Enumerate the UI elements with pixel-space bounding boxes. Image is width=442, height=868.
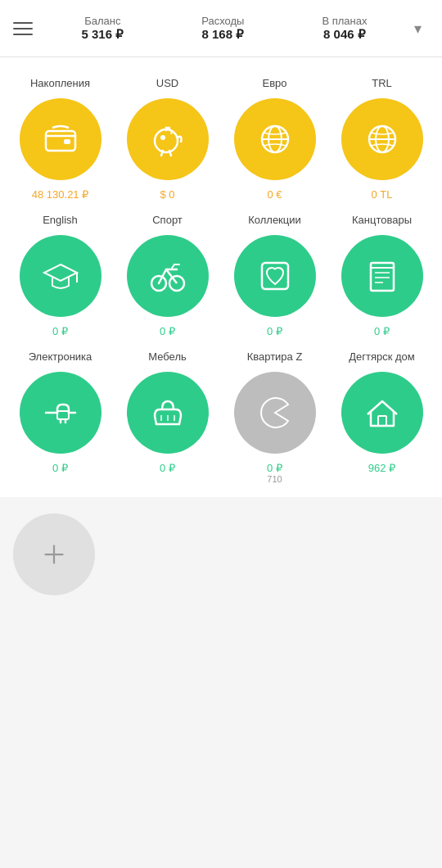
wallet-label-degtyarsk: Дегтярск дом — [349, 350, 415, 365]
wallet-label-english: English — [43, 214, 78, 228]
wallet-value-english: 0 ₽ — [52, 325, 68, 337]
wallet-label-nakopleniya: Накопления — [30, 77, 90, 92]
menu-button[interactable] — [13, 14, 43, 43]
wallet-label-trl: TRL — [372, 77, 392, 92]
wallet-value-euro: 0 € — [267, 188, 282, 201]
wallet-value-mebel: 0 ₽ — [160, 462, 175, 474]
wallet-circle-kvartira-z — [234, 372, 316, 454]
piggy-icon — [148, 120, 187, 159]
expenses-stat: Расходы 8 168 ₽ — [201, 15, 244, 42]
wallet-label-euro: Евро — [262, 77, 286, 92]
wallet-sport[interactable]: Спорт 0 ₽ — [114, 207, 221, 344]
wallet-circle-mebel — [127, 372, 209, 454]
wallet-icon — [41, 120, 80, 159]
wallet-label-kollekcii: Коллекции — [248, 214, 301, 228]
wallet-grid: Накопления 48 130.21 ₽ USD $ 0 — [0, 57, 442, 497]
book-icon — [363, 256, 402, 296]
wallet-kollekcii[interactable]: Коллекции 0 ₽ — [221, 207, 328, 344]
wallet-usd[interactable]: USD $ 0 — [114, 70, 221, 207]
expenses-value: 8 168 ₽ — [201, 27, 244, 42]
wallet-label-kvartira-z: Квартира Z — [247, 350, 303, 365]
wallet-circle-trl — [341, 98, 423, 180]
svg-rect-0 — [46, 131, 75, 151]
wallet-value-elektronika: 0 ₽ — [52, 462, 68, 474]
wallet-circle-sport — [127, 235, 209, 317]
globe-icon — [255, 120, 295, 159]
wallet-value-kanctovary: 0 ₽ — [374, 325, 390, 337]
header-stats: Баланс 5 316 ₽ Расходы 8 168 ₽ В планах … — [43, 15, 406, 42]
balance-label: Баланс — [84, 15, 120, 27]
svg-rect-26 — [378, 416, 386, 426]
add-wallet-button[interactable] — [13, 513, 95, 595]
wallet-kanctovary[interactable]: Канцтовары 0 ₽ — [328, 207, 435, 344]
wallet-euro[interactable]: Евро 0 € — [221, 70, 328, 207]
balance-value: 5 316 ₽ — [82, 27, 124, 42]
wallet-degtyarsk[interactable]: Дегтярск дом 962 ₽ — [328, 344, 435, 491]
wallet-label-mebel: Мебель — [148, 350, 187, 365]
wallet-elektronika[interactable]: Электроника 0 ₽ — [7, 344, 114, 491]
heart-icon — [255, 256, 295, 296]
wallet-circle-degtyarsk — [341, 372, 423, 454]
bike-icon — [148, 256, 187, 296]
balance-stat: Баланс 5 316 ₽ — [82, 15, 124, 42]
wallet-english[interactable]: English 0 ₽ — [7, 207, 114, 344]
graduation-icon — [41, 256, 80, 296]
planned-stat: В планах 8 046 ₽ — [322, 15, 367, 42]
svg-rect-1 — [64, 139, 70, 144]
svg-point-2 — [155, 129, 178, 152]
wallet-circle-nakopleniya — [20, 98, 101, 180]
wallet-value-kvartira-z: 0 ₽ — [267, 462, 282, 474]
wallet-value-usd: $ 0 — [160, 188, 174, 201]
wallet-label-usd: USD — [156, 77, 178, 92]
planned-label: В планах — [322, 15, 367, 27]
wallet-value-sport: 0 ₽ — [160, 325, 175, 337]
chevron-down-icon[interactable]: ▾ — [406, 17, 429, 40]
svg-point-3 — [161, 136, 165, 139]
wallet-label-elektronika: Электроника — [29, 350, 92, 365]
wallet-value-nakopleniya: 48 130.21 ₽ — [32, 188, 88, 201]
wallet-subvalue-kvartira-z: 710 — [267, 474, 282, 484]
globe2-icon — [363, 120, 402, 159]
wallet-nakopleniya[interactable]: Накопления 48 130.21 ₽ — [7, 70, 114, 207]
wallet-circle-english — [20, 235, 101, 317]
wallet-circle-kollekcii — [234, 235, 316, 317]
svg-rect-20 — [57, 411, 69, 419]
plug-icon — [41, 393, 80, 432]
svg-marker-10 — [44, 264, 77, 281]
wallet-mebel[interactable]: Мебель 0 ₽ — [114, 344, 221, 491]
wallet-kvartira-z[interactable]: Квартира Z 0 ₽ 710 — [221, 344, 328, 491]
wallet-circle-euro — [234, 98, 316, 180]
wallet-circle-usd — [127, 98, 209, 180]
basket-icon — [148, 393, 187, 432]
wallet-value-degtyarsk: 962 ₽ — [368, 462, 395, 474]
header: Баланс 5 316 ₽ Расходы 8 168 ₽ В планах … — [0, 0, 442, 57]
wallet-trl[interactable]: TRL 0 TL — [328, 70, 435, 207]
wallet-value-kollekcii: 0 ₽ — [267, 325, 282, 337]
wallet-value-trl: 0 TL — [372, 188, 393, 201]
pacman-icon — [255, 393, 295, 432]
plus-icon — [39, 540, 69, 569]
expenses-label: Расходы — [201, 15, 244, 27]
wallet-label-sport: Спорт — [152, 214, 183, 228]
wallet-circle-kanctovary — [341, 235, 423, 317]
wallet-label-kanctovary: Канцтовары — [352, 214, 412, 228]
planned-value: 8 046 ₽ — [323, 27, 366, 42]
add-wallet-section — [0, 497, 442, 628]
home-icon — [363, 393, 402, 432]
wallet-circle-elektronika — [20, 372, 101, 454]
